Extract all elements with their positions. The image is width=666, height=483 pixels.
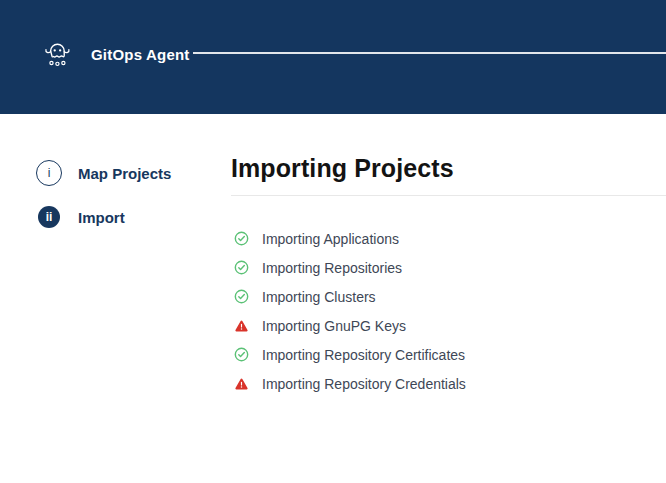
argo-octopus-logo-icon xyxy=(40,35,74,73)
sidebar-step-map-projects[interactable]: i Map Projects xyxy=(36,160,231,186)
warning-triangle-icon xyxy=(234,318,249,333)
app-header: GitOps Agent xyxy=(0,0,666,114)
step-indicator-slot: i xyxy=(36,160,62,186)
status-label: Importing Repository Certificates xyxy=(262,347,465,363)
check-circle-icon xyxy=(234,347,249,362)
status-row-gnupg-keys: Importing GnuPG Keys xyxy=(231,311,666,340)
status-row-applications: Importing Applications xyxy=(231,224,666,253)
title-divider xyxy=(231,195,666,196)
status-label: Importing GnuPG Keys xyxy=(262,318,406,334)
header-divider-line xyxy=(193,52,666,54)
status-row-clusters: Importing Clusters xyxy=(231,282,666,311)
status-label: Importing Applications xyxy=(262,231,399,247)
status-row-repositories: Importing Repositories xyxy=(231,253,666,282)
import-panel: Importing Projects Importing Application… xyxy=(231,114,666,398)
check-circle-icon xyxy=(234,289,249,304)
check-circle-icon xyxy=(234,260,249,275)
step-numeral: i xyxy=(48,167,51,179)
status-row-repository-certificates: Importing Repository Certificates xyxy=(231,340,666,369)
import-status-list: Importing Applications Importing Reposit… xyxy=(231,224,666,398)
check-circle-icon xyxy=(234,231,249,246)
page-body: i Map Projects ii Import Importing Proje… xyxy=(0,114,666,398)
step-two-circle-icon: ii xyxy=(38,206,60,228)
status-row-repository-credentials: Importing Repository Credentials xyxy=(231,369,666,398)
page-title: Importing Projects xyxy=(231,152,666,184)
step-label: Import xyxy=(78,209,125,226)
step-indicator-slot: ii xyxy=(36,204,62,230)
step-numeral: ii xyxy=(46,211,53,223)
wizard-steps-sidebar: i Map Projects ii Import xyxy=(0,114,231,248)
step-label: Map Projects xyxy=(78,165,171,182)
status-label: Importing Clusters xyxy=(262,289,376,305)
brand: GitOps Agent xyxy=(40,34,190,74)
app-title: GitOps Agent xyxy=(91,46,190,63)
step-one-circle-icon: i xyxy=(36,160,62,186)
sidebar-step-import[interactable]: ii Import xyxy=(36,204,231,230)
status-label: Importing Repository Credentials xyxy=(262,376,466,392)
status-label: Importing Repositories xyxy=(262,260,402,276)
warning-triangle-icon xyxy=(234,376,249,391)
